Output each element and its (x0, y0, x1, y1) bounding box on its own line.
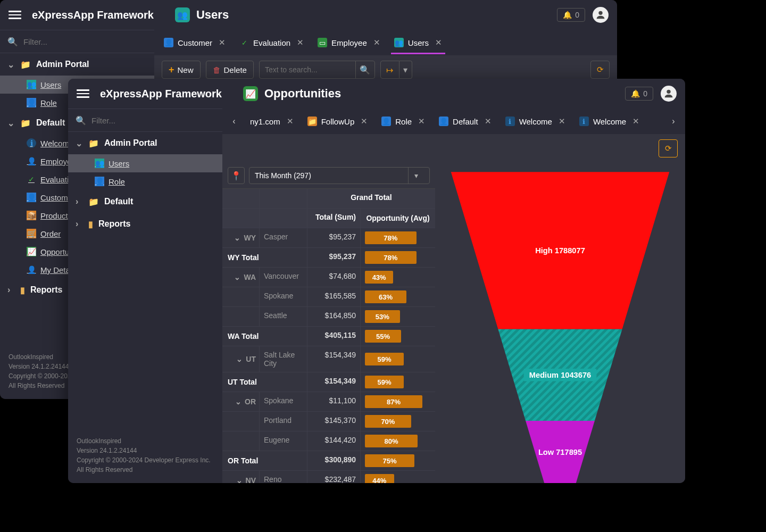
search-icon: 🔍 (76, 115, 86, 126)
pivot-header-row: Grand Total (222, 189, 435, 209)
person-icon: 👤 (439, 117, 448, 126)
folder-icon: 📁 (88, 138, 99, 148)
notif-count: 0 (575, 11, 579, 19)
chevron-right-icon: › (76, 219, 83, 229)
chevron-down-icon: ⌄ (7, 60, 15, 70)
nav-admin-portal[interactable]: ⌄ 📁 Admin Portal (68, 132, 222, 154)
tab-role[interactable]: 👤Role✕ (376, 110, 430, 133)
menu-icon[interactable] (9, 9, 21, 21)
users-icon: 👥 (27, 80, 36, 89)
sidebar-footer: OutlookInspired Version 24.1.2.24144 Cop… (68, 428, 222, 483)
collapse-icon[interactable]: ⌄ (234, 273, 240, 281)
funnel-label: Low 717895 (538, 448, 582, 456)
sidebar-item-role[interactable]: 👤Role (68, 172, 222, 190)
nav-reports[interactable]: › ▮ Reports (68, 213, 222, 235)
filter-box: 🔍 (68, 109, 222, 132)
close-icon[interactable]: ✕ (361, 117, 368, 126)
pivot-row: ⌄ UTSalt Lake City$154,34959% (222, 346, 435, 372)
topbar: eXpressApp Framework 📈 Opportunities 🔔 0 (68, 79, 685, 109)
person-icon: 👤 (164, 38, 173, 47)
collapse-icon[interactable]: ⌄ (236, 476, 243, 483)
close-icon[interactable]: ✕ (418, 117, 425, 126)
scroll-left-icon[interactable]: ‹ (227, 111, 242, 131)
pivot-header-row: Total (Sum) Opportunity (Avg) (222, 209, 435, 228)
pivot-row: ⌄ WAVancouver$74,68043% (222, 268, 435, 287)
user-avatar[interactable] (593, 7, 609, 23)
location-pin-button[interactable]: 📍 (228, 167, 245, 184)
folder-icon: 📁 (20, 118, 31, 128)
export-dropdown[interactable]: ↦ ▾ (380, 61, 412, 79)
tab-customer[interactable]: 👤Customer✕ (159, 31, 231, 54)
filter-input[interactable] (91, 116, 215, 125)
reports-folder-icon: ▮ (20, 285, 25, 295)
close-icon[interactable]: ✕ (632, 117, 639, 126)
tab-bar: ‹ ny1.com✕ 📁FollowUp✕ 👤Role✕ 👤Default✕ ℹ… (222, 109, 685, 134)
filter-input[interactable] (23, 37, 147, 46)
tab-partial[interactable]: ny1.com✕ (245, 110, 299, 133)
person-icon: 👤 (95, 177, 104, 186)
refresh-button[interactable]: ⟳ (659, 139, 678, 157)
users-icon: 👥 (394, 38, 404, 47)
tab-evaluation[interactable]: ✓Evaluation✕ (234, 31, 309, 54)
user-avatar[interactable] (661, 86, 677, 102)
bell-icon: 🔔 (631, 89, 640, 98)
scroll-right-icon[interactable]: › (666, 111, 681, 131)
page-title: Users (196, 8, 229, 22)
close-icon[interactable]: ✕ (287, 117, 294, 126)
trash-icon: 🗑 (213, 65, 221, 74)
new-button[interactable]: +New (162, 61, 201, 79)
collapse-icon[interactable]: ⌄ (235, 397, 242, 406)
page-title: Opportunities (264, 87, 341, 101)
delete-button[interactable]: 🗑Delete (206, 61, 254, 79)
chart-icon: 📈 (243, 86, 258, 101)
tab-employee[interactable]: ▭Employee✕ (312, 31, 386, 54)
person-icon: 👤 (27, 193, 36, 202)
close-icon[interactable]: ✕ (219, 38, 226, 47)
pivot-row: Portland$145,37070% (222, 412, 435, 431)
tab-default[interactable]: 👤Default✕ (434, 110, 497, 133)
check-icon: ✓ (239, 38, 249, 47)
notifications-button[interactable]: 🔔 0 (625, 87, 653, 101)
close-icon[interactable]: ✕ (485, 117, 492, 126)
topbar: eXpressApp Framework 👥 Users 🔔 0 (0, 0, 617, 30)
pivot-row: ⌄ WYCasper$95,23778% (222, 228, 435, 248)
nav-default[interactable]: › 📁 Default (68, 190, 222, 213)
close-icon[interactable]: ✕ (559, 117, 565, 126)
person-icon (663, 88, 675, 99)
id-icon: ▭ (318, 38, 327, 47)
pivot-row: Spokane$165,58563% (222, 287, 435, 307)
collapse-icon[interactable]: ⌄ (234, 234, 240, 242)
menu-icon[interactable] (77, 87, 89, 100)
nav-admin-portal[interactable]: ⌄ 📁 Admin Portal (0, 53, 154, 76)
chevron-down-icon: ⌄ (76, 138, 83, 148)
chevron-right-icon: › (7, 285, 15, 295)
chevron-down-icon: ▾ (408, 168, 424, 184)
search-icon[interactable]: 🔍 (355, 61, 374, 78)
pivot-row: Eugene$144,42080% (222, 431, 435, 451)
close-icon[interactable]: ✕ (297, 38, 304, 47)
svg-point-1 (667, 90, 670, 94)
tab-followup[interactable]: 📁FollowUp✕ (302, 110, 373, 133)
folder-icon: 📁 (20, 60, 31, 70)
check-icon: ✓ (27, 174, 36, 184)
info-icon: ℹ (579, 117, 589, 126)
search-input[interactable] (260, 65, 355, 74)
pivot-row: ⌄ ORSpokane$11,10087% (222, 392, 435, 412)
tab-users[interactable]: 👥Users✕ (389, 31, 447, 54)
chevron-down-icon: ⌄ (7, 118, 15, 128)
tab-welcome1[interactable]: ℹWelcome✕ (500, 110, 571, 133)
svg-point-0 (598, 11, 602, 15)
refresh-button[interactable]: ⟳ (590, 61, 610, 79)
period-dropdown[interactable]: This Month (297) ▾ (249, 167, 430, 184)
close-icon[interactable]: ✕ (435, 38, 442, 47)
sidebar-item-users[interactable]: 👥Users (68, 154, 222, 172)
close-icon[interactable]: ✕ (373, 38, 380, 47)
chevron-down-icon[interactable]: ▾ (399, 61, 412, 79)
notifications-button[interactable]: 🔔 0 (557, 8, 585, 22)
brand-label: eXpressApp Framework (100, 88, 222, 100)
tab-welcome2[interactable]: ℹWelcome✕ (574, 110, 645, 133)
toolbar: ⟳ (222, 134, 685, 163)
export-icon[interactable]: ↦ (380, 61, 399, 79)
info-icon: ℹ (505, 117, 515, 126)
collapse-icon[interactable]: ⌄ (236, 355, 243, 363)
